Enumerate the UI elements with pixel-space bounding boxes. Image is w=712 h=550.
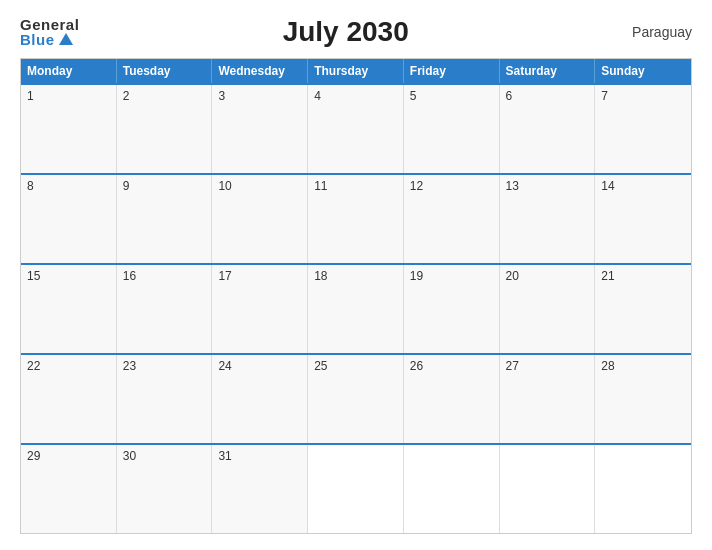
logo-general-text: General: [20, 17, 79, 32]
calendar-week-4: 22232425262728: [21, 353, 691, 443]
calendar-cell: 29: [21, 445, 117, 533]
calendar-grid: MondayTuesdayWednesdayThursdayFridaySatu…: [20, 58, 692, 534]
day-number: 5: [410, 89, 417, 103]
logo: General Blue: [20, 17, 79, 47]
day-number: 10: [218, 179, 231, 193]
calendar-cell: 25: [308, 355, 404, 443]
day-number: 6: [506, 89, 513, 103]
calendar-cell: 12: [404, 175, 500, 263]
day-number: 31: [218, 449, 231, 463]
day-number: 12: [410, 179, 423, 193]
logo-blue-text: Blue: [20, 32, 73, 47]
calendar-cell: 7: [595, 85, 691, 173]
calendar-week-2: 891011121314: [21, 173, 691, 263]
day-number: 11: [314, 179, 327, 193]
day-number: 2: [123, 89, 130, 103]
calendar-cell: 3: [212, 85, 308, 173]
day-number: 20: [506, 269, 519, 283]
calendar-header-row: MondayTuesdayWednesdayThursdayFridaySatu…: [21, 59, 691, 83]
calendar-header-friday: Friday: [404, 59, 500, 83]
calendar-cell: 19: [404, 265, 500, 353]
calendar-cell: 21: [595, 265, 691, 353]
calendar-header-monday: Monday: [21, 59, 117, 83]
day-number: 26: [410, 359, 423, 373]
calendar-title: July 2030: [79, 16, 612, 48]
calendar-cell: 4: [308, 85, 404, 173]
calendar-cell: 15: [21, 265, 117, 353]
day-number: 29: [27, 449, 40, 463]
day-number: 30: [123, 449, 136, 463]
calendar-cell: 27: [500, 355, 596, 443]
country-label: Paraguay: [612, 24, 692, 40]
calendar-cell: 9: [117, 175, 213, 263]
day-number: 7: [601, 89, 608, 103]
day-number: 18: [314, 269, 327, 283]
calendar-cell: 16: [117, 265, 213, 353]
day-number: 16: [123, 269, 136, 283]
calendar-week-1: 1234567: [21, 83, 691, 173]
day-number: 15: [27, 269, 40, 283]
day-number: 25: [314, 359, 327, 373]
day-number: 14: [601, 179, 614, 193]
calendar-cell: 2: [117, 85, 213, 173]
calendar-cell: 31: [212, 445, 308, 533]
calendar-cell: [404, 445, 500, 533]
day-number: 22: [27, 359, 40, 373]
calendar-cell: 23: [117, 355, 213, 443]
calendar-cell: 18: [308, 265, 404, 353]
day-number: 17: [218, 269, 231, 283]
calendar-body: 1234567891011121314151617181920212223242…: [21, 83, 691, 533]
calendar-cell: 24: [212, 355, 308, 443]
calendar-header-sunday: Sunday: [595, 59, 691, 83]
day-number: 1: [27, 89, 34, 103]
calendar-header-thursday: Thursday: [308, 59, 404, 83]
calendar-header-wednesday: Wednesday: [212, 59, 308, 83]
day-number: 9: [123, 179, 130, 193]
day-number: 3: [218, 89, 225, 103]
calendar-page: General Blue July 2030 Paraguay MondayTu…: [0, 0, 712, 550]
day-number: 21: [601, 269, 614, 283]
calendar-header-saturday: Saturday: [500, 59, 596, 83]
calendar-cell: [595, 445, 691, 533]
calendar-cell: 22: [21, 355, 117, 443]
calendar-header-tuesday: Tuesday: [117, 59, 213, 83]
calendar-week-5: 293031: [21, 443, 691, 533]
calendar-cell: 14: [595, 175, 691, 263]
calendar-cell: 26: [404, 355, 500, 443]
calendar-cell: 13: [500, 175, 596, 263]
calendar-cell: 17: [212, 265, 308, 353]
calendar-cell: [308, 445, 404, 533]
calendar-cell: 10: [212, 175, 308, 263]
calendar-week-3: 15161718192021: [21, 263, 691, 353]
calendar-cell: [500, 445, 596, 533]
calendar-cell: 11: [308, 175, 404, 263]
day-number: 19: [410, 269, 423, 283]
calendar-cell: 8: [21, 175, 117, 263]
calendar-cell: 30: [117, 445, 213, 533]
day-number: 27: [506, 359, 519, 373]
day-number: 23: [123, 359, 136, 373]
day-number: 24: [218, 359, 231, 373]
day-number: 13: [506, 179, 519, 193]
calendar-cell: 1: [21, 85, 117, 173]
calendar-cell: 28: [595, 355, 691, 443]
day-number: 4: [314, 89, 321, 103]
day-number: 28: [601, 359, 614, 373]
day-number: 8: [27, 179, 34, 193]
calendar-cell: 20: [500, 265, 596, 353]
logo-triangle-icon: [59, 33, 73, 45]
header: General Blue July 2030 Paraguay: [20, 16, 692, 48]
calendar-cell: 6: [500, 85, 596, 173]
calendar-cell: 5: [404, 85, 500, 173]
